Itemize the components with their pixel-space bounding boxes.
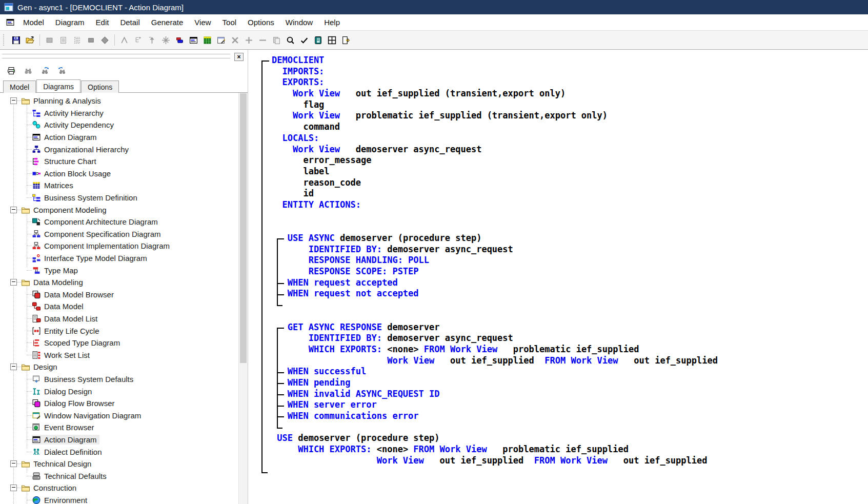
panel-grip-handle[interactable] xyxy=(1,52,231,62)
toolbar-grip-handle[interactable] xyxy=(3,34,6,46)
collapse-expander-icon[interactable] xyxy=(10,460,17,467)
tree-item-business-system-definition[interactable]: Business System Definition xyxy=(0,192,238,204)
tree-connector xyxy=(27,294,32,295)
tree-item-scoped-type-diagram[interactable]: Scoped Type Diagram xyxy=(0,337,238,349)
tree-item-dialog-flow-browser[interactable]: Dialog Flow Browser xyxy=(0,397,238,410)
list-doc-button[interactable] xyxy=(56,33,70,47)
find-prev-icon xyxy=(58,67,66,75)
tree-item-action-diagram[interactable]: Action Diagram xyxy=(0,131,238,144)
tree-item-matrices[interactable]: Matrices xyxy=(0,179,238,192)
pointer-caret-button[interactable] xyxy=(117,33,131,47)
tree-item-component-architecture-diagram[interactable]: Component Architecture Diagram xyxy=(0,216,238,228)
exit-door-button[interactable] xyxy=(339,33,353,47)
remove-minus-button[interactable] xyxy=(256,33,270,47)
check-button[interactable] xyxy=(297,33,311,47)
diamond-button[interactable] xyxy=(98,33,112,47)
tree-item-type-map[interactable]: Type Map xyxy=(0,264,238,276)
tree-item-environment[interactable]: Environment xyxy=(0,494,238,504)
collapse-expander-icon[interactable] xyxy=(10,364,17,370)
print-button[interactable] xyxy=(5,65,17,76)
tree-item-data-model[interactable]: Data Model xyxy=(0,300,238,313)
code-keyword: WHICH EXPORTS: xyxy=(272,344,382,354)
tree-item-window-navigation-diagram[interactable]: Window Navigation Diagram xyxy=(0,409,238,421)
menu-options[interactable]: Options xyxy=(242,15,280,29)
tree-item-component-specification-diagram[interactable]: Component Specification Diagram xyxy=(0,228,238,240)
bracket-line xyxy=(277,406,284,407)
action-diagram-editor[interactable]: DEMOCLIENT IMPORTS: EXPORTS: Work View o… xyxy=(248,50,868,504)
color-shapes-button[interactable] xyxy=(173,33,187,47)
tab-diagrams[interactable]: Diagrams xyxy=(36,79,80,92)
tree-item-activity-dependency[interactable]: Activity Dependency xyxy=(0,119,238,131)
menu-detail[interactable]: Detail xyxy=(114,15,145,29)
code-text: error_message xyxy=(272,155,371,165)
tree-folder-construction[interactable]: Construction xyxy=(0,482,238,494)
hierarchy-arrow-button[interactable] xyxy=(131,33,145,47)
tree-item-activity-hierarchy[interactable]: Activity Hierarchy xyxy=(0,107,238,119)
open-book-button[interactable] xyxy=(311,33,325,47)
document-window-icon[interactable] xyxy=(5,18,15,27)
tree-item-component-implementation-diagram[interactable]: Component Implementation Diagram xyxy=(0,240,238,252)
tree-connector xyxy=(27,427,32,428)
tree-folder-planning-analysis[interactable]: Planning & Analysis xyxy=(0,95,238,107)
tree-item-business-system-defaults[interactable]: Business System Defaults xyxy=(0,373,238,386)
scrollbar-thumb[interactable] xyxy=(240,93,247,363)
menu-view[interactable]: View xyxy=(189,15,216,29)
tree-item-technical-defaults[interactable]: Technical Defaults xyxy=(0,470,238,482)
copy-pages-button[interactable] xyxy=(270,33,284,47)
menu-help[interactable]: Help xyxy=(318,15,346,29)
bracket-line xyxy=(261,472,268,473)
menu-diagram[interactable]: Diagram xyxy=(50,15,90,29)
open-button[interactable] xyxy=(23,33,37,47)
add-plus-button[interactable] xyxy=(242,33,256,47)
save-button[interactable] xyxy=(9,33,23,47)
collapse-expander-icon[interactable] xyxy=(10,97,17,104)
menu-edit[interactable]: Edit xyxy=(90,15,115,29)
tree-item-data-model-browser[interactable]: Data Model Browser xyxy=(0,289,238,301)
tree-folder-technical-design[interactable]: Technical Design xyxy=(0,458,238,470)
action-diagram-window-button[interactable] xyxy=(187,33,200,47)
menu-tool[interactable]: Tool xyxy=(217,15,243,29)
dashed-doc-button[interactable] xyxy=(70,33,84,47)
title-bar[interactable]: Gen - async1 - [DEMOCLIENT - Action Diag… xyxy=(0,0,868,14)
tree-item-organizational-hierarchy[interactable]: Organizational Hierarchy xyxy=(0,143,238,155)
tree-item-action-diagram[interactable]: Action Diagram xyxy=(0,434,238,446)
tree-item-event-browser[interactable]: Event Browser xyxy=(0,421,238,434)
tree-item-dialog-design[interactable]: Dialog Design xyxy=(0,385,238,397)
find-next-button[interactable] xyxy=(39,65,51,76)
edit-window-button[interactable] xyxy=(214,33,228,47)
panel-close-button[interactable]: × xyxy=(234,53,244,61)
menu-window[interactable]: Window xyxy=(280,15,318,29)
tree-item-structure-chart[interactable]: Structure Chart xyxy=(0,155,238,168)
collapse-expander-icon[interactable] xyxy=(10,279,17,286)
menu-generate[interactable]: Generate xyxy=(146,15,189,29)
tree-scrollbar[interactable] xyxy=(238,93,248,504)
compass-button[interactable] xyxy=(159,33,173,47)
tab-model[interactable]: Model xyxy=(3,80,36,93)
code-line xyxy=(259,311,868,322)
main-area: × ModelDiagramsOptions Planning & Analys… xyxy=(0,50,868,504)
find-prev-button[interactable] xyxy=(56,65,68,76)
filled-rect-button[interactable] xyxy=(84,33,98,47)
tree-folder-component-modeling[interactable]: Component Modeling xyxy=(0,204,238,216)
tree-folder-data-modeling[interactable]: Data Modeling xyxy=(0,276,238,289)
select-area-button[interactable] xyxy=(43,33,56,47)
zoom-icon xyxy=(286,36,295,45)
promote-button[interactable] xyxy=(145,33,159,47)
tab-options[interactable]: Options xyxy=(81,80,119,93)
tree-item-action-block-usage[interactable]: Action Block Usage xyxy=(0,168,238,180)
collapse-expander-icon[interactable] xyxy=(10,485,17,491)
tree-item-work-set-list[interactable]: Work Set List xyxy=(0,349,238,361)
delete-x-button[interactable] xyxy=(228,33,242,47)
menu-model[interactable]: Model xyxy=(17,15,50,29)
tree-item-dialect-definition[interactable]: Dialect Definition xyxy=(0,446,238,458)
tree-item-interface-type-model-diagram[interactable]: Interface Type Model Diagram xyxy=(0,252,238,265)
tree-item-entity-life-cycle[interactable]: Entity Life Cycle xyxy=(0,325,238,337)
tile-grid-button[interactable] xyxy=(325,33,339,47)
tree-folder-design[interactable]: Design xyxy=(0,361,238,373)
code-line xyxy=(259,221,868,233)
matrix-grid-button[interactable] xyxy=(200,33,214,47)
collapse-expander-icon[interactable] xyxy=(10,207,17,213)
find-button[interactable] xyxy=(22,65,34,76)
zoom-button[interactable] xyxy=(284,33,297,47)
tree-item-data-model-list[interactable]: Data Model List xyxy=(0,313,238,325)
